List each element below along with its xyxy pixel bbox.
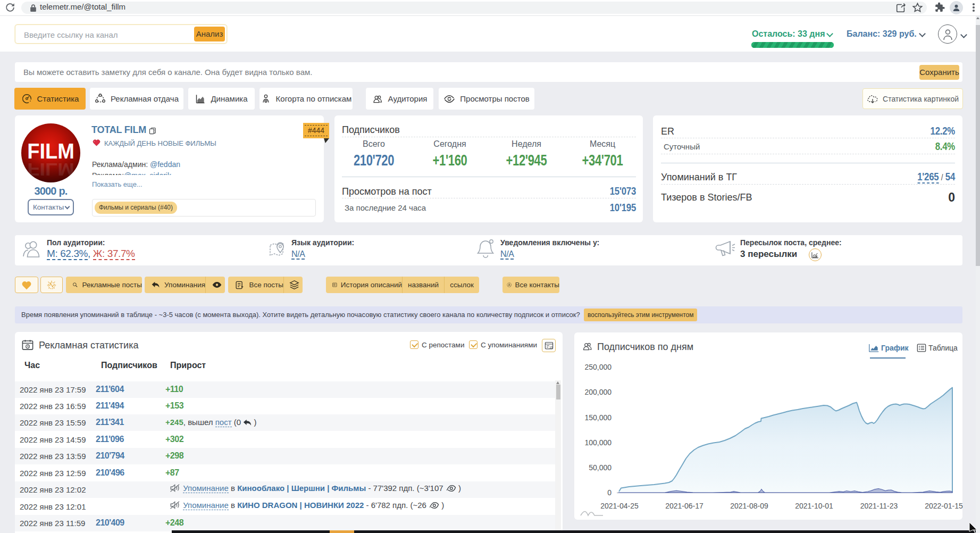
svg-text:15: 15	[549, 346, 552, 349]
